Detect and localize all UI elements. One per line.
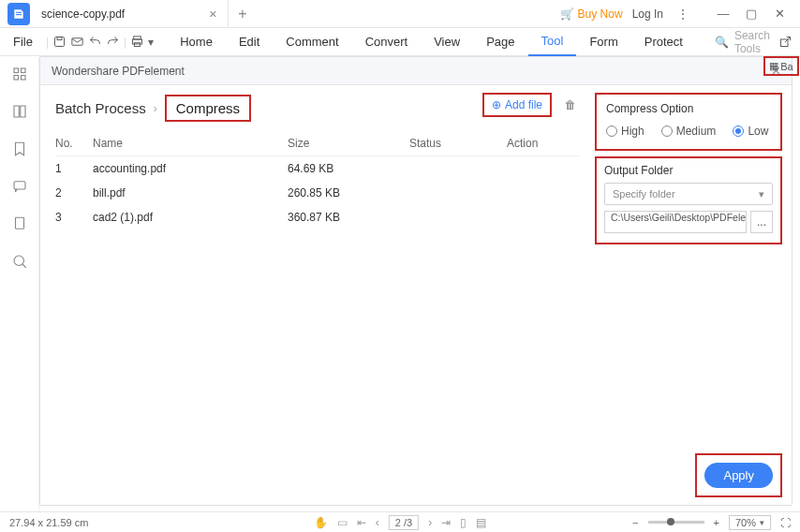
document-tab[interactable]: science-copy.pdf × (30, 0, 229, 27)
batch-process-label: Batch Process (55, 100, 146, 116)
buy-now-link[interactable]: 🛒 Buy Now (560, 7, 623, 21)
save-icon[interactable] (52, 30, 67, 54)
svg-rect-11 (14, 76, 19, 81)
maximize-button[interactable]: ▢ (738, 1, 764, 27)
dialog-title: Wondershare PDFelement (52, 65, 185, 78)
fullscreen-icon[interactable]: ⛶ (780, 517, 791, 528)
compress-option-box: Compress Option High Medium Low (595, 93, 782, 151)
svg-rect-10 (21, 68, 25, 73)
mail-icon[interactable] (70, 30, 84, 54)
output-title: Output Folder (604, 164, 773, 177)
svg-rect-3 (57, 37, 62, 40)
compress-tab[interactable]: Compress (165, 95, 251, 122)
new-tab-button[interactable]: + (229, 6, 256, 22)
page-dimensions: 27.94 x 21.59 cm (9, 517, 88, 528)
document-title: science-copy.pdf (41, 7, 125, 21)
zoom-value[interactable]: 70%▾ (729, 515, 771, 530)
menu-protect[interactable]: Protect (631, 28, 696, 56)
menu-convert[interactable]: Convert (352, 28, 422, 56)
prev-page-icon[interactable]: ‹ (376, 516, 379, 529)
zoom-slider[interactable] (648, 521, 704, 524)
menu-view[interactable]: View (421, 28, 473, 56)
svg-rect-1 (16, 14, 22, 15)
file-menu[interactable]: File (4, 35, 42, 49)
compress-option-title: Compress Option (606, 102, 771, 115)
svg-rect-14 (15, 217, 23, 229)
more-icon[interactable]: ⋮ (673, 7, 693, 22)
apply-button[interactable]: Apply (704, 463, 773, 488)
grid-icon: ▦ (769, 60, 778, 72)
plus-icon: ⊕ (492, 98, 501, 111)
svg-rect-9 (14, 68, 19, 73)
output-folder-dropdown[interactable]: Specify folder ▾ (604, 183, 773, 205)
svg-rect-0 (16, 11, 22, 12)
svg-rect-4 (72, 38, 82, 46)
left-sidebar (0, 56, 39, 511)
table-row[interactable]: 1accounting.pdf64.69 KB (55, 156, 580, 181)
last-page-icon[interactable]: ⇥ (441, 516, 451, 529)
thumbnails-icon[interactable] (11, 66, 28, 82)
search-tools[interactable]: 🔍 Search Tools (715, 29, 770, 55)
batch-right-button[interactable]: ▦ Ba (763, 56, 798, 76)
continuous-icon[interactable]: ▤ (476, 516, 486, 529)
book-icon[interactable] (11, 103, 28, 120)
menu-home[interactable]: Home (167, 28, 226, 56)
redo-icon[interactable] (106, 30, 120, 54)
table-row[interactable]: 3cad2 (1).pdf360.87 KB (55, 205, 580, 229)
delete-icon[interactable]: 🗑 (565, 98, 576, 111)
svg-rect-13 (14, 182, 25, 189)
radio-low[interactable]: Low (733, 125, 768, 138)
share-icon[interactable] (774, 30, 798, 54)
close-tab-icon[interactable]: × (209, 7, 216, 22)
single-page-icon[interactable]: ▯ (460, 516, 467, 529)
app-logo-icon (7, 3, 30, 25)
radio-medium[interactable]: Medium (661, 125, 717, 138)
menu-comment[interactable]: Comment (273, 28, 351, 56)
output-folder-box: Output Folder Specify folder ▾ C:\Users\… (595, 156, 782, 244)
svg-point-15 (14, 256, 24, 266)
status-bar: 27.94 x 21.59 cm ✋ ▭ ⇤ ‹ 2 /3 › ⇥ ▯ ▤ − … (0, 511, 800, 532)
svg-rect-7 (135, 43, 141, 47)
browse-button[interactable]: ... (750, 211, 773, 233)
login-link[interactable]: Log In (632, 7, 663, 21)
page-number-input[interactable]: 2 /3 (389, 515, 419, 530)
print-icon[interactable] (130, 30, 144, 54)
menu-edit[interactable]: Edit (226, 28, 273, 56)
minimize-button[interactable]: — (710, 1, 736, 27)
menu-bar: File | | ▾ HomeEditCommentConvertViewPag… (0, 28, 800, 56)
svg-rect-2 (55, 37, 65, 47)
batch-dialog: Wondershare PDFelement × Batch Process ›… (39, 56, 793, 506)
radio-high[interactable]: High (606, 125, 644, 138)
chevron-down-icon: ▾ (759, 188, 764, 200)
attach-icon[interactable] (11, 215, 28, 232)
search-rail-icon[interactable] (11, 253, 28, 270)
hand-tool-icon[interactable]: ✋ (314, 516, 328, 529)
title-bar: science-copy.pdf × + 🛒 Buy Now Log In ⋮ … (0, 0, 800, 28)
menu-form[interactable]: Form (576, 28, 630, 56)
output-path-input[interactable]: C:\Users\Geili\Desktop\PDFelement\Op (604, 211, 747, 233)
menu-tool[interactable]: Tool (528, 28, 577, 56)
table-header: No. Name Size Status Action (55, 131, 580, 156)
close-window-button[interactable]: ✕ (766, 1, 793, 27)
bookmark-icon[interactable] (11, 140, 28, 157)
first-page-icon[interactable]: ⇤ (357, 516, 366, 529)
cart-icon: 🛒 (560, 7, 574, 21)
print-dropdown-icon[interactable]: ▾ (148, 30, 154, 54)
menu-page[interactable]: Page (473, 28, 527, 56)
selection-icon[interactable]: ▭ (337, 516, 348, 529)
comment-icon[interactable] (11, 178, 28, 195)
search-icon: 🔍 (715, 36, 729, 49)
undo-icon[interactable] (88, 30, 102, 54)
svg-rect-12 (21, 76, 25, 81)
zoom-out-icon[interactable]: − (632, 517, 638, 528)
add-file-button[interactable]: ⊕ Add file (482, 93, 552, 117)
table-row[interactable]: 2bill.pdf260.85 KB (55, 181, 580, 205)
next-page-icon[interactable]: › (428, 516, 432, 529)
zoom-in-icon[interactable]: + (714, 517, 719, 528)
